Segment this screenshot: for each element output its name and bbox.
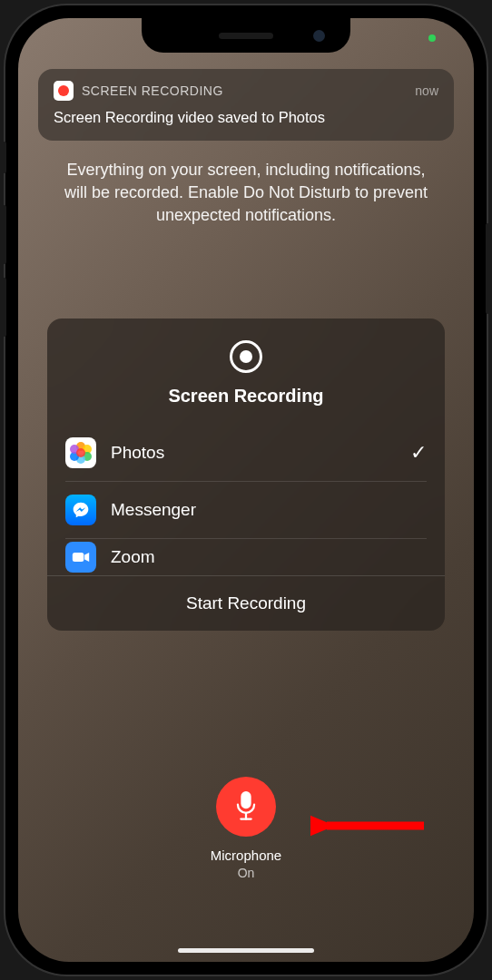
notification-message: Screen Recording video saved to Photos (54, 109, 438, 126)
app-label: Messenger (111, 500, 427, 520)
notification-banner[interactable]: SCREEN RECORDING now Screen Recording vi… (38, 69, 454, 141)
front-camera (313, 30, 325, 42)
app-row-messenger[interactable]: Messenger (65, 482, 427, 539)
zoom-app-icon (65, 542, 96, 573)
screen: SCREEN RECORDING now Screen Recording vi… (18, 18, 474, 962)
phone-frame: SCREEN RECORDING now Screen Recording vi… (5, 5, 487, 975)
photos-app-icon (65, 437, 96, 468)
destination-app-list[interactable]: Photos ✓ Messenger (47, 425, 445, 575)
speaker-grille (219, 33, 273, 39)
record-icon (230, 340, 262, 373)
volume-up-button (3, 205, 6, 264)
notification-app-name: SCREEN RECORDING (82, 83, 407, 98)
app-row-photos[interactable]: Photos ✓ (65, 425, 427, 482)
svg-rect-1 (241, 792, 250, 808)
app-row-zoom[interactable]: Zoom (65, 539, 427, 575)
messenger-app-icon (65, 495, 96, 525)
microphone-icon (233, 791, 259, 822)
app-label: Photos (111, 443, 396, 463)
panel-title: Screen Recording (47, 386, 445, 407)
recording-info-text: Everything on your screen, including not… (38, 159, 454, 228)
volume-down-button (3, 278, 6, 337)
annotation-arrow (310, 799, 428, 853)
screen-recording-panel: Screen Recording Photos ✓ (47, 318, 445, 631)
microphone-toggle-button[interactable] (216, 777, 276, 837)
mute-switch (3, 142, 6, 173)
microphone-status: On (18, 866, 474, 880)
home-indicator[interactable] (178, 948, 314, 953)
checkmark-icon: ✓ (410, 441, 427, 465)
svg-rect-0 (73, 553, 84, 562)
notch (142, 18, 350, 53)
screen-recording-app-icon (54, 81, 74, 101)
privacy-indicator-dot (428, 34, 436, 42)
notification-timestamp: now (415, 83, 438, 98)
power-button (486, 223, 489, 314)
app-label: Zoom (111, 547, 427, 567)
start-recording-button[interactable]: Start Recording (47, 575, 445, 631)
